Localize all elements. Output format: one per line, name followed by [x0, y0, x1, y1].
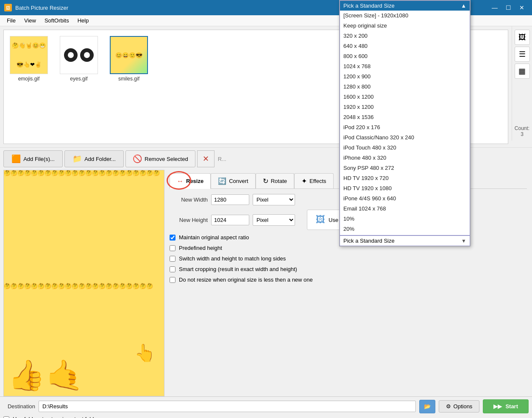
switch-dimensions-row: Switch width and height to match long si… [170, 255, 527, 262]
size-option-9[interactable]: 1920 x 1200 [340, 102, 470, 112]
rotate-tab-label: Rotate [271, 178, 287, 184]
options-button[interactable]: ⚙ Options [439, 400, 480, 412]
size-list[interactable]: Pick a Standard Size ▲ [Screen Size] - 1… [340, 0, 470, 235]
do-not-resize-checkbox[interactable] [170, 277, 175, 283]
file-item-eyes[interactable]: eyes.gif [58, 34, 100, 139]
start-icon: ▶▶ [493, 403, 502, 410]
file-item-smiles[interactable]: 😊😄 🙂😎 smiles.gif [108, 34, 150, 139]
size-option-15[interactable]: Sony PSP 480 x 272 [340, 163, 470, 173]
emojis-preview: 🤔👋🤘 😊😁😎 👆❤✌ [10, 36, 47, 74]
app-icon: 🖼 [4, 4, 12, 11]
dropdown-chevron-icon: ▼ [461, 238, 466, 244]
start-button[interactable]: ▶▶ Start [483, 399, 529, 413]
destination-label: Destination [3, 403, 35, 410]
size-option-4[interactable]: 800 x 600 [340, 51, 470, 61]
convert-tab-label: Convert [229, 178, 248, 184]
size-option-12[interactable]: iPod Classic/Nano 320 x 240 [340, 133, 470, 143]
size-option-5[interactable]: 1024 x 768 [340, 61, 470, 72]
dropdown-header: Pick a Standard Size ▲ [340, 1, 470, 11]
smiles-preview: 😊😄 🙂😎 [111, 36, 147, 74]
sidebar-grid-icon[interactable]: ▦ [515, 64, 530, 79]
delete-button[interactable]: ✕ [197, 150, 214, 167]
bottom-bar: Destination 📂 ⚙ Options ▶▶ Start Use fol… [0, 396, 532, 418]
menu-help[interactable]: Help [74, 16, 92, 25]
size-option-1[interactable]: Keep original size [340, 21, 470, 31]
switch-dimensions-label: Switch width and height to match long si… [179, 255, 286, 262]
sidebar-list-icon[interactable]: ☰ [515, 47, 530, 62]
resize-tab-label: Resize [186, 178, 203, 184]
folder-structure-row: Use folder structure in output folder [3, 416, 529, 418]
file-label-eyes: eyes.gif [70, 76, 87, 82]
tab-rotate[interactable]: ↻ Rotate [256, 173, 294, 188]
folder-icon: 📁 [72, 154, 82, 163]
close-button[interactable]: ✕ [516, 3, 528, 12]
width-input[interactable] [211, 194, 249, 205]
height-unit-select[interactable]: Pixel Percent cm inch [253, 214, 295, 226]
size-option-20[interactable]: 10% [340, 214, 470, 224]
menu-softorbits[interactable]: SoftOrbits [41, 16, 72, 25]
convert-tab-icon: 🔄 [218, 177, 226, 185]
height-input[interactable] [211, 215, 249, 225]
main-window: 🤔👋🤘 😊😁😎 👆❤✌ emojis.gif [0, 26, 532, 418]
size-option-17[interactable]: HD TV 1920 x 1080 [340, 183, 470, 194]
file-item-emojis[interactable]: 🤔👋🤘 😊😁😎 👆❤✌ emojis.gif [8, 34, 50, 139]
size-option-10[interactable]: 2048 x 1536 [340, 112, 470, 122]
gear-icon: ⚙ [446, 403, 451, 410]
destination-row: Destination 📂 ⚙ Options ▶▶ Start [3, 399, 529, 413]
width-unit-select[interactable]: Pixel Percent cm inch [253, 194, 295, 205]
tab-effects[interactable]: ✦ Effects [294, 173, 334, 188]
canvas-icon: 🖼 [316, 214, 325, 225]
effects-tab-icon: ✦ [301, 177, 307, 185]
folder-structure-label: Use folder structure in output folder [13, 416, 99, 418]
size-option-3[interactable]: 640 x 480 [340, 41, 470, 51]
preview-area: 🤔🤔🤔🤔🤔 🤔🤔🤔🤔🤔 🤔🤔🤔🤔🤔 🤔🤔🤔🤔🤔 🤔🤔🤔🤔🤔 🤔🤔🤔🤔🤔 🤔🤔🤔🤔… [3, 170, 164, 396]
size-option-6[interactable]: 1200 x 900 [340, 72, 470, 82]
standard-size-select-bar[interactable]: Pick a Standard Size ▼ [340, 235, 470, 246]
add-folder-button[interactable]: 📁 Add Folder... [64, 150, 124, 167]
size-option-0[interactable]: [Screen Size] - 1920x1080 [340, 11, 470, 21]
maximize-button[interactable]: ☐ [502, 3, 514, 12]
size-option-18[interactable]: iPone 4/4S 960 x 640 [340, 194, 470, 204]
window-controls: — ☐ ✕ [489, 3, 528, 12]
minimize-button[interactable]: — [489, 3, 501, 12]
rotate-tab-icon: ↻ [263, 177, 268, 185]
r-label: R... [218, 156, 226, 162]
size-option-19[interactable]: Email 1024 x 768 [340, 204, 470, 214]
resize-tab-icon: ↔ [177, 177, 184, 185]
file-label-smiles: smiles.gif [118, 76, 139, 82]
dropdown-scroll-up[interactable]: ▲ [461, 3, 466, 9]
size-option-2[interactable]: 320 x 200 [340, 31, 470, 41]
tab-convert[interactable]: 🔄 Convert [211, 173, 256, 188]
destination-input[interactable] [39, 401, 416, 412]
do-not-resize-label: Do not resize when original size is less… [179, 277, 313, 283]
destination-browse-button[interactable]: 📂 [419, 400, 435, 413]
size-option-21[interactable]: 20% [340, 224, 470, 234]
width-label: New Width [170, 197, 208, 203]
file-count: Count: 3 [514, 125, 530, 137]
menu-file[interactable]: File [3, 16, 19, 25]
size-option-11[interactable]: iPod 220 x 176 [340, 122, 470, 133]
effects-tab-label: Effects [309, 178, 326, 184]
standard-size-dropdown[interactable]: Pick a Standard Size ▲ [Screen Size] - 1… [339, 0, 471, 246]
preview-background: 🤔🤔🤔🤔🤔 🤔🤔🤔🤔🤔 🤔🤔🤔🤔🤔 🤔🤔🤔🤔🤔 🤔🤔🤔🤔🤔 🤔🤔🤔🤔🤔 🤔🤔🤔🤔… [4, 170, 164, 396]
smart-cropping-checkbox[interactable] [170, 266, 175, 272]
predefined-height-checkbox[interactable] [170, 245, 175, 251]
size-option-7[interactable]: 1280 x 800 [340, 82, 470, 92]
sidebar-image-icon[interactable]: 🖼 [515, 30, 530, 45]
add-files-button[interactable]: 🟧 Add File(s)... [3, 150, 63, 167]
right-sidebar: 🖼 ☰ ▦ Count: 3 [512, 26, 532, 141]
size-option-13[interactable]: iPod Touch 480 x 320 [340, 143, 470, 153]
remove-icon: 🚫 [133, 154, 142, 163]
remove-selected-button[interactable]: 🚫 Remove Selected [125, 150, 195, 167]
size-option-14[interactable]: iPhone 480 x 320 [340, 153, 470, 163]
size-option-8[interactable]: 1600 x 1200 [340, 92, 470, 102]
height-label: New Height [170, 217, 208, 223]
menu-view[interactable]: View [21, 16, 39, 25]
folder-structure-checkbox[interactable] [3, 416, 9, 418]
file-label-emojis: emojis.gif [18, 76, 40, 82]
tab-resize[interactable]: ↔ Resize [170, 173, 211, 189]
size-option-16[interactable]: HD TV 1920 x 720 [340, 173, 470, 183]
maintain-aspect-checkbox[interactable] [170, 235, 175, 241]
switch-dimensions-checkbox[interactable] [170, 256, 175, 262]
add-files-icon: 🟧 [11, 154, 21, 163]
